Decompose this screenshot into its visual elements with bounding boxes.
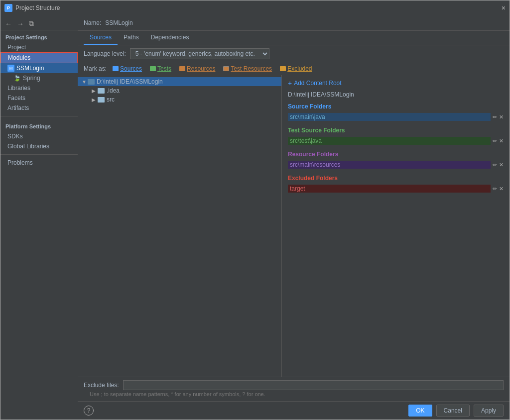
sidebar-item-project[interactable]: Project <box>0 42 78 52</box>
excluded-folder-edit-0[interactable]: ✏ <box>493 186 497 192</box>
mark-test-resources-label: Test Resources <box>231 65 272 72</box>
tab-bar: Sources Paths Dependencies <box>78 31 510 45</box>
mark-resources-label: Resources <box>187 65 215 72</box>
test-resources-folder-icon <box>223 66 229 71</box>
sidebar-item-libraries[interactable]: Libraries <box>0 83 78 93</box>
tab-dependencies[interactable]: Dependencies <box>145 31 195 45</box>
spring-item[interactable]: 🍃 Spring <box>0 73 78 83</box>
sidebar-divider-1 <box>0 116 78 116</box>
module-name: SSMLogin <box>16 65 44 72</box>
test-source-folder-row-0: src\test\java ✏ ✕ <box>288 136 504 146</box>
sidebar-nav: ← → ⧉ <box>0 17 78 30</box>
src-folder-name: src <box>107 96 115 103</box>
tree-arrow-root: ▼ <box>82 79 88 85</box>
close-button[interactable]: × <box>502 4 506 12</box>
idea-folder-name: .idea <box>107 87 120 94</box>
resource-folder-row-0: src\main\resources ✏ ✕ <box>288 160 504 170</box>
source-folder-actions-0: ✏ ✕ <box>493 114 504 120</box>
mark-sources-button[interactable]: Sources <box>111 64 144 73</box>
test-source-folders-section: Test Source Folders src\test\java ✏ ✕ <box>288 127 504 146</box>
apply-button[interactable]: Apply <box>474 405 504 417</box>
sources-content: ▼ D:\intelij IDEA\SSMLogin ▶ .idea ▶ <box>78 75 510 377</box>
tab-sources[interactable]: Sources <box>84 31 118 45</box>
mark-tests-label: Tests <box>157 65 171 72</box>
tree-item-idea[interactable]: ▶ .idea <box>78 86 281 95</box>
language-level-select[interactable]: 5 - 'enum' keyword, generics, autoboxing… <box>130 48 269 59</box>
mark-sources-label: Sources <box>120 65 142 72</box>
footer: ? OK Cancel Apply <box>78 401 510 420</box>
main-content: ← → ⧉ Project Settings Project Modules M… <box>0 15 510 420</box>
excluded-folder-path-0: target <box>288 185 491 193</box>
spring-name: Spring <box>23 75 40 82</box>
sidebar: ← → ⧉ Project Settings Project Modules M… <box>0 15 78 420</box>
test-source-folders-title: Test Source Folders <box>288 127 504 134</box>
source-folders-section: Source Folders src\main\java ✏ ✕ <box>288 103 504 122</box>
mark-as-bar: Mark as: Sources Tests Resources <box>78 62 510 75</box>
test-source-folder-actions-0: ✏ ✕ <box>493 138 504 144</box>
resource-folder-actions-0: ✏ ✕ <box>493 162 504 168</box>
add-content-root-button[interactable]: + Add Content Root <box>288 79 504 87</box>
mark-excluded-label: Excluded <box>287 65 312 72</box>
mark-test-resources-button[interactable]: Test Resources <box>221 64 274 73</box>
ok-button[interactable]: OK <box>408 405 432 417</box>
excluded-folder-remove-0[interactable]: ✕ <box>499 186 504 192</box>
back-button[interactable]: ← <box>3 19 13 29</box>
resource-folder-path-0: src\main\resources <box>288 161 491 169</box>
exclude-files-row: Exclude files: <box>84 380 504 390</box>
exclude-files-input[interactable] <box>123 380 504 390</box>
mark-as-label: Mark as: <box>84 65 107 72</box>
add-icon: + <box>288 79 292 87</box>
excluded-folders-title: Excluded Folders <box>288 175 504 182</box>
app-icon: P <box>4 4 12 12</box>
sidebar-item-problems[interactable]: Problems <box>0 158 78 168</box>
mark-tests-button[interactable]: Tests <box>148 64 173 73</box>
forward-button[interactable]: → <box>15 19 25 29</box>
excluded-folder-actions-0: ✏ ✕ <box>493 186 504 192</box>
exclude-files-hint: Use ; to separate name patterns, * for a… <box>84 390 504 398</box>
source-folder-path-0: src\main\java <box>288 113 491 121</box>
sidebar-divider-2 <box>0 154 78 155</box>
name-value: SSMLogin <box>105 19 504 26</box>
sidebar-item-global-libraries[interactable]: Global Libraries <box>0 141 78 151</box>
src-folder-icon <box>98 97 105 103</box>
source-folder-remove-0[interactable]: ✕ <box>499 114 504 120</box>
sidebar-item-modules[interactable]: Modules <box>0 52 78 63</box>
module-icon: M <box>7 65 14 72</box>
project-settings-header: Project Settings <box>0 30 78 42</box>
tab-paths[interactable]: Paths <box>118 31 145 45</box>
platform-settings-header: Platform Settings <box>0 119 78 131</box>
spring-icon: 🍃 <box>13 75 21 82</box>
sources-panel: Language level: 5 - 'enum' keyword, gene… <box>78 45 510 401</box>
main-panel: Name: SSMLogin Sources Paths Dependencie… <box>78 15 510 420</box>
sidebar-item-facets[interactable]: Facets <box>0 93 78 103</box>
test-source-folder-edit-0[interactable]: ✏ <box>493 138 497 144</box>
cancel-button[interactable]: Cancel <box>436 405 470 417</box>
copy-button[interactable]: ⧉ <box>27 18 35 29</box>
tree-item-src[interactable]: ▶ src <box>78 95 281 104</box>
resource-folders-title: Resource Folders <box>288 151 504 158</box>
name-label: Name: <box>84 19 101 26</box>
resource-folder-edit-0[interactable]: ✏ <box>493 162 497 168</box>
window-title: Project Structure <box>15 4 60 11</box>
excluded-folder-row-0: target ✏ ✕ <box>288 184 504 194</box>
mark-resources-button[interactable]: Resources <box>177 64 217 73</box>
resources-folder-icon <box>179 66 185 71</box>
test-source-folder-path-0: src\test\java <box>288 137 491 145</box>
source-folder-edit-0[interactable]: ✏ <box>493 114 497 120</box>
mark-excluded-button[interactable]: Excluded <box>278 64 314 73</box>
title-bar-left: P Project Structure <box>4 4 60 12</box>
root-folder-name: D:\intelij IDEA\SSMLogin <box>97 78 163 85</box>
sidebar-item-artifacts[interactable]: Artifacts <box>0 103 78 113</box>
resource-folder-remove-0[interactable]: ✕ <box>499 162 504 168</box>
help-button[interactable]: ? <box>84 406 94 416</box>
idea-folder-icon <box>98 88 105 94</box>
language-level-label: Language level: <box>84 50 126 57</box>
language-level-bar: Language level: 5 - 'enum' keyword, gene… <box>78 45 510 62</box>
test-source-folder-remove-0[interactable]: ✕ <box>499 138 504 144</box>
resource-folders-section: Resource Folders src\main\resources ✏ ✕ <box>288 151 504 170</box>
source-folders-title: Source Folders <box>288 103 504 110</box>
exclude-files-label: Exclude files: <box>84 382 119 389</box>
module-item-ssmlogin[interactable]: M SSMLogin <box>0 63 78 73</box>
tree-item-root[interactable]: ▼ D:\intelij IDEA\SSMLogin <box>78 77 281 86</box>
sidebar-item-sdks[interactable]: SDKs <box>0 131 78 141</box>
